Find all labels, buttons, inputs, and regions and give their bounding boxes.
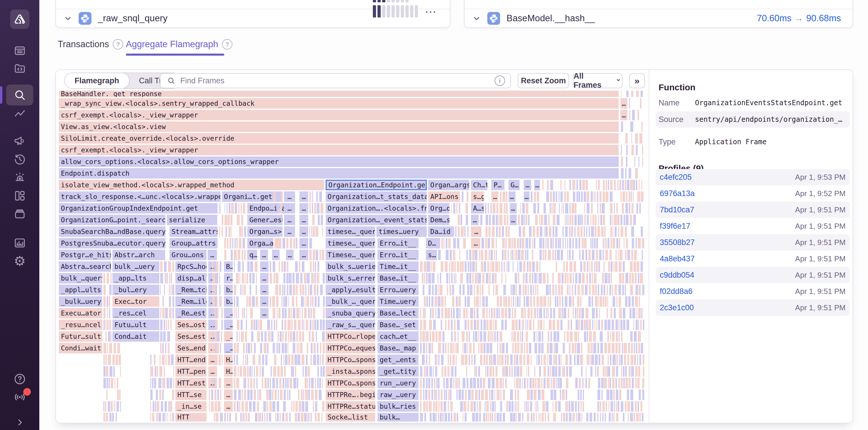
flamegraph-frame[interactable]	[157, 366, 158, 377]
flamegraph-frame[interactable]	[257, 401, 259, 412]
flamegraph-frame[interactable]	[597, 390, 600, 400]
flamegraph-frame[interactable]	[495, 285, 498, 295]
flamegraph-frame[interactable]	[572, 180, 575, 190]
flamegraph-frame[interactable]	[639, 156, 639, 167]
flamegraph-frame[interactable]	[260, 343, 262, 354]
flamegraph-frame[interactable]	[572, 308, 574, 318]
flamegraph-frame[interactable]	[172, 285, 174, 295]
flamegraph-frame[interactable]	[591, 355, 594, 365]
flamegraph-frame[interactable]	[212, 319, 214, 330]
flamegraph-frame[interactable]	[469, 250, 471, 260]
flamegraph-frame[interactable]: s…	[426, 250, 437, 260]
flamegraph-frame[interactable]	[553, 378, 555, 388]
flamegraph-frame[interactable]	[293, 238, 296, 248]
flamegraph-frame[interactable]	[455, 343, 456, 354]
flamegraph-frame[interactable]	[490, 413, 491, 422]
flamegraph-frame[interactable]	[515, 378, 515, 388]
flamegraph-frame[interactable]	[599, 191, 601, 202]
flamegraph-frame[interactable]	[590, 413, 592, 422]
flamegraph-frame[interactable]	[611, 273, 612, 283]
flamegraph-frame[interactable]	[536, 331, 537, 342]
flamegraph-frame[interactable]	[552, 250, 554, 260]
flamegraph-frame[interactable]	[460, 273, 463, 283]
flamegraph-frame[interactable]: A…s	[471, 203, 484, 214]
flamegraph-frame[interactable]	[470, 378, 472, 388]
flamegraph-frame[interactable]	[542, 331, 543, 342]
flamegraph-frame[interactable]	[111, 378, 113, 388]
flamegraph-frame[interactable]	[103, 343, 106, 354]
flamegraph-frame[interactable]	[246, 296, 248, 307]
flamegraph-frame[interactable]	[444, 390, 445, 400]
flamegraph-frame[interactable]	[212, 261, 214, 272]
flamegraph-frame[interactable]	[227, 238, 228, 248]
flamegraph-frame[interactable]	[582, 378, 583, 388]
flamegraph-frame[interactable]	[158, 378, 161, 388]
flamegraph-frame[interactable]	[476, 413, 478, 422]
flamegraph-frame[interactable]: bulk_s…ueries	[326, 261, 375, 272]
flamegraph-frame[interactable]	[577, 180, 578, 190]
flamegraph-frame[interactable]	[499, 343, 501, 354]
flamegraph-frame[interactable]	[468, 390, 471, 400]
flamegraph-frame[interactable]	[276, 273, 278, 283]
flamegraph-frame[interactable]	[234, 296, 235, 307]
flamegraph-frame[interactable]	[575, 226, 576, 237]
flamegraph-frame[interactable]: Base…_map	[377, 343, 418, 354]
flamegraph-frame[interactable]	[291, 308, 292, 318]
flamegraph-frame[interactable]	[162, 378, 165, 388]
flamegraph-frame[interactable]	[521, 215, 524, 225]
flamegraph-frame[interactable]	[616, 250, 617, 260]
flamegraph-frame[interactable]	[160, 319, 162, 330]
flamegraph-frame[interactable]: Timese…_query	[326, 250, 375, 260]
flamegraph-frame[interactable]	[274, 319, 275, 330]
flamegraph-frame[interactable]	[630, 261, 633, 272]
flamegraph-frame[interactable]	[238, 390, 241, 400]
flamegraph-frame[interactable]	[509, 366, 510, 377]
flamegraph-frame[interactable]	[240, 285, 242, 295]
flamegraph-frame[interactable]	[438, 250, 440, 260]
flamegraph-frame[interactable]	[312, 331, 314, 342]
flamegraph-frame[interactable]	[492, 273, 494, 283]
flamegraph-frame[interactable]	[630, 285, 633, 295]
flamegraph-frame[interactable]	[433, 413, 435, 422]
flamegraph-frame[interactable]	[572, 215, 574, 225]
flamegraph-frame[interactable]	[633, 319, 634, 330]
flamegraph-frame[interactable]	[214, 331, 216, 342]
flamegraph-frame[interactable]: …	[300, 203, 308, 214]
flamegraph-frame[interactable]	[490, 261, 491, 272]
profile-id-link[interactable]: 35508b27	[660, 238, 695, 247]
flamegraph-frame[interactable]	[429, 401, 432, 412]
flamegraph-frame[interactable]	[269, 390, 272, 400]
flamegraph-frame[interactable]	[477, 378, 479, 388]
flamegraph-frame[interactable]	[623, 413, 625, 422]
flamegraph-frame[interactable]	[624, 343, 626, 354]
flamegraph-frame[interactable]	[499, 261, 500, 272]
flamegraph-frame[interactable]	[453, 378, 455, 388]
flamegraph-frame[interactable]	[519, 226, 521, 237]
flamegraph-frame[interactable]: Group…attrs	[169, 238, 218, 248]
flamegraph-frame[interactable]	[164, 261, 166, 272]
flamegraph-frame[interactable]	[579, 378, 581, 388]
flamegraph-frame[interactable]	[152, 413, 154, 422]
flamegraph-frame[interactable]	[610, 390, 613, 400]
flamegraph-frame[interactable]	[488, 378, 491, 388]
flamegraph-frame[interactable]	[600, 215, 602, 225]
flamegraph-frame[interactable]	[236, 355, 238, 365]
flamegraph-frame[interactable]	[444, 366, 446, 377]
flamegraph-frame[interactable]	[636, 343, 637, 354]
flamegraph-frame[interactable]	[610, 203, 613, 214]
flamegraph-frame[interactable]: …	[300, 238, 308, 248]
flamegraph-frame[interactable]	[160, 355, 161, 365]
flamegraph-frame[interactable]	[559, 203, 560, 214]
flamegraph-frame[interactable]	[531, 191, 532, 202]
flamegraph-frame[interactable]	[555, 366, 557, 377]
flamegraph-frame[interactable]	[246, 343, 247, 354]
flamegraph-frame[interactable]	[550, 180, 553, 190]
flamegraph-frame[interactable]	[312, 215, 314, 225]
flamegraph-frame[interactable]	[603, 366, 605, 377]
flamegraph-frame[interactable]	[577, 343, 580, 354]
flamegraph-frame[interactable]	[513, 296, 514, 307]
flamegraph-frame[interactable]	[612, 366, 615, 377]
flamegraph-frame[interactable]	[274, 273, 275, 283]
flamegraph-frame[interactable]	[641, 121, 643, 132]
flamegraph-frame[interactable]	[285, 378, 287, 388]
